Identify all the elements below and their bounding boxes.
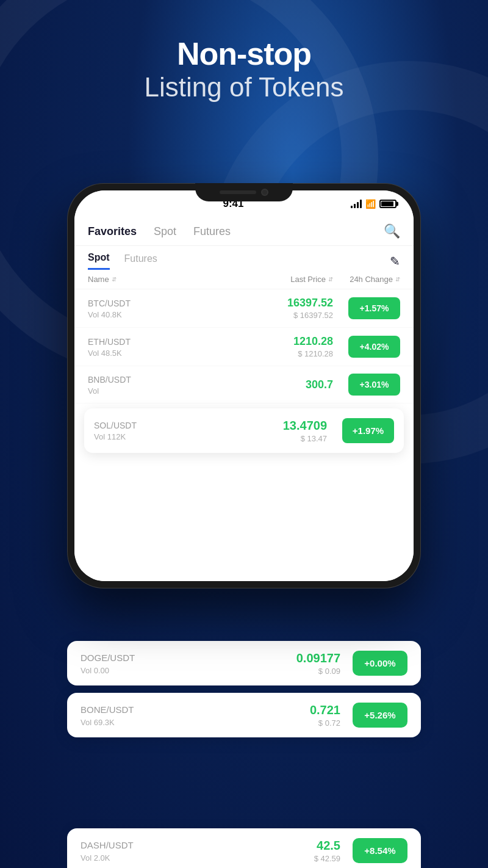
signal-icon: [351, 200, 362, 208]
phone-notch: [195, 183, 293, 201]
coin-usd-dash: $ 42.59: [243, 854, 340, 863]
change-badge-eth: +4.02%: [348, 336, 400, 358]
coin-price-eth: 1210.28: [235, 335, 333, 348]
coin-price-col-dash: 42.5 $ 42.59: [243, 839, 340, 863]
coin-row-btc[interactable]: BTC/USDT Vol 40.8K 16397.52 $ 16397.52 +…: [74, 289, 414, 328]
column-headers: Name ⇵ Last Price ⇵ 24h Change ⇵: [74, 270, 414, 289]
app-content: Favorites Spot Futures 🔍 Spot Futures ✎ …: [74, 215, 414, 581]
coin-info-btc: BTC/USDT Vol 40.8K: [88, 298, 235, 319]
coin-price-bnb: 300.7: [235, 378, 333, 391]
coin-vol-btc: Vol 40.8K: [88, 310, 235, 319]
hero-title: Non-stop: [0, 37, 488, 71]
coin-row-bnb[interactable]: BNB/USDT Vol 300.7 +3.01%: [74, 366, 414, 403]
coin-row-eth[interactable]: ETH/USDT Vol 48.5K 1210.28 $ 1210.28 +4.…: [74, 328, 414, 366]
coin-usd-bone: $ 0.72: [243, 718, 340, 728]
phone-mockup: 9:41 📶 Favo: [67, 183, 421, 588]
coin-usd-doge: $ 0.09: [243, 667, 340, 676]
phone-frame: 9:41 📶 Favo: [67, 183, 421, 588]
coin-card-dash-partial[interactable]: DASH/USDT Vol 2.0K 42.5 $ 42.59 +8.54%: [67, 828, 421, 868]
coin-pair-sol: SOL/USDT: [94, 420, 229, 431]
coin-change-col-eth: +4.02%: [333, 336, 400, 358]
hero-section: Non-stop Listing of Tokens: [0, 37, 488, 104]
coin-pair-eth: ETH/USDT: [88, 336, 235, 347]
coin-pair-doge: DOGE/USDT: [81, 651, 243, 664]
sub-tab-bar: Spot Futures ✎: [74, 246, 414, 270]
change-badge-bnb: +3.01%: [348, 374, 400, 396]
coin-pair-dash: DASH/USDT: [81, 839, 243, 852]
wifi-icon: 📶: [365, 199, 376, 209]
coin-info-doge: DOGE/USDT Vol 0.00: [81, 651, 243, 675]
tab-spot[interactable]: Spot: [154, 225, 176, 238]
top-tab-bar: Favorites Spot Futures 🔍: [74, 215, 414, 246]
edit-icon[interactable]: ✎: [390, 254, 400, 269]
coin-price-sol: 13.4709: [229, 419, 327, 433]
col-header-name: Name ⇵: [88, 275, 235, 284]
coin-pair-bnb: BNB/USDT: [88, 374, 235, 385]
change-badge-doge: +0.00%: [353, 651, 407, 676]
coin-price-col-sol: 13.4709 $ 13.47: [229, 419, 327, 443]
sub-tab-spot[interactable]: Spot: [88, 252, 110, 270]
sort-icon-change[interactable]: ⇵: [395, 276, 400, 283]
coin-price-bone: 0.721: [243, 703, 340, 717]
coin-vol-doge: Vol 0.00: [81, 666, 243, 675]
coin-change-col-btc: +1.57%: [333, 297, 400, 319]
battery-icon: [379, 200, 396, 208]
coin-change-col-bnb: +3.01%: [333, 374, 400, 396]
coin-vol-bone: Vol 69.3K: [81, 718, 243, 727]
search-icon[interactable]: 🔍: [384, 223, 400, 239]
coin-price-col-btc: 16397.52 $ 16397.52: [235, 297, 333, 320]
coin-price-btc: 16397.52: [235, 297, 333, 309]
coin-change-col-sol: +1.97%: [327, 418, 394, 443]
status-icons: 📶: [351, 199, 396, 209]
coin-vol-dash: Vol 2.0K: [81, 853, 243, 863]
coin-card-bone[interactable]: BONE/USDT Vol 69.3K 0.721 $ 0.72 +5.26%: [67, 693, 421, 737]
tab-futures[interactable]: Futures: [193, 225, 231, 238]
coin-info-bnb: BNB/USDT Vol: [88, 374, 235, 396]
coin-card-sol[interactable]: SOL/USDT Vol 112K 13.4709 $ 13.47 +1.97%: [84, 408, 404, 453]
coin-change-col-dash: +8.54%: [340, 838, 407, 863]
sort-icon-name[interactable]: ⇵: [112, 276, 117, 283]
change-badge-dash: +8.54%: [353, 838, 407, 863]
coin-price-col-doge: 0.09177 $ 0.09: [243, 651, 340, 676]
coin-info-sol: SOL/USDT Vol 112K: [94, 420, 229, 441]
notch-camera: [261, 189, 268, 196]
coin-usd-btc: $ 16397.52: [235, 311, 333, 320]
notch-speaker: [220, 190, 256, 194]
coin-vol-bnb: Vol: [88, 386, 235, 396]
coin-info-eth: ETH/USDT Vol 48.5K: [88, 336, 235, 358]
col-header-price: Last Price ⇵: [235, 275, 333, 284]
coin-price-col-eth: 1210.28 $ 1210.28: [235, 335, 333, 358]
coin-info-bone: BONE/USDT Vol 69.3K: [81, 703, 243, 727]
extended-cards-section: DOGE/USDT Vol 0.00 0.09177 $ 0.09 +0.00%…: [67, 641, 421, 745]
coin-card-doge[interactable]: DOGE/USDT Vol 0.00 0.09177 $ 0.09 +0.00%: [67, 641, 421, 685]
coin-price-col-bnb: 300.7: [235, 378, 333, 391]
sub-tab-futures[interactable]: Futures: [124, 253, 157, 269]
coin-info-dash: DASH/USDT Vol 2.0K: [81, 839, 243, 863]
coin-usd-eth: $ 1210.28: [235, 349, 333, 358]
coin-vol-sol: Vol 112K: [94, 432, 229, 441]
coin-price-doge: 0.09177: [243, 651, 340, 665]
change-badge-bone: +5.26%: [353, 703, 407, 728]
change-badge-sol: +1.97%: [342, 418, 394, 443]
phone-screen: 9:41 📶 Favo: [74, 190, 414, 581]
tab-favorites[interactable]: Favorites: [88, 225, 137, 238]
coin-pair-bone: BONE/USDT: [81, 703, 243, 716]
coin-vol-eth: Vol 48.5K: [88, 349, 235, 358]
coin-change-col-bone: +5.26%: [340, 703, 407, 728]
coin-change-col-doge: +0.00%: [340, 651, 407, 676]
coin-pair-btc: BTC/USDT: [88, 298, 235, 309]
coin-usd-sol: $ 13.47: [229, 434, 327, 443]
sort-icon-price[interactable]: ⇵: [328, 276, 333, 283]
coin-price-col-bone: 0.721 $ 0.72: [243, 703, 340, 728]
hero-subtitle: Listing of Tokens: [0, 71, 488, 104]
coin-price-dash: 42.5: [243, 839, 340, 853]
col-header-change: 24h Change ⇵: [333, 275, 400, 284]
change-badge-btc: +1.57%: [348, 297, 400, 319]
